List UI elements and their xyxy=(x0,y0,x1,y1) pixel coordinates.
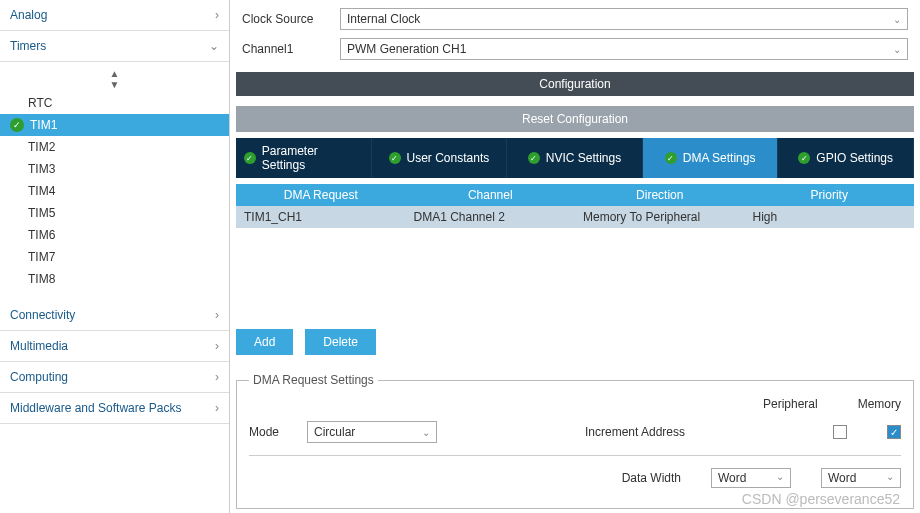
memory-data-width-select[interactable]: Word⌄ xyxy=(821,468,901,488)
tab-nvic-settings[interactable]: ✓NVIC Settings xyxy=(507,138,643,178)
category-computing[interactable]: Computing› xyxy=(0,362,229,393)
chevron-right-icon: › xyxy=(215,308,219,322)
dma-request-settings-group: DMA Request Settings Peripheral Memory M… xyxy=(236,373,914,509)
category-label: Connectivity xyxy=(10,308,75,322)
dma-table-row[interactable]: TIM1_CH1 DMA1 Channel 2 Memory To Periph… xyxy=(236,206,914,228)
configuration-header: Configuration xyxy=(236,72,914,96)
chevron-down-icon: ⌄ xyxy=(422,427,430,438)
tab-gpio-settings[interactable]: ✓GPIO Settings xyxy=(778,138,914,178)
check-icon: ✓ xyxy=(244,152,256,164)
category-middleware[interactable]: Middleware and Software Packs› xyxy=(0,393,229,424)
scroll-updown-icon[interactable]: ▲▼ xyxy=(0,66,229,92)
chevron-down-icon: ⌄ xyxy=(886,471,894,485)
chevron-right-icon: › xyxy=(215,401,219,415)
add-button[interactable]: Add xyxy=(236,329,293,355)
clock-source-label: Clock Source xyxy=(242,12,332,26)
chevron-right-icon: › xyxy=(215,370,219,384)
channel1-label: Channel1 xyxy=(242,42,332,56)
data-width-label: Data Width xyxy=(622,471,681,485)
tab-parameter-settings[interactable]: ✓Parameter Settings xyxy=(236,138,372,178)
tab-dma-settings[interactable]: ✓DMA Settings xyxy=(643,138,779,178)
increment-address-label: Increment Address xyxy=(585,425,685,439)
check-icon: ✓ xyxy=(665,152,677,164)
mode-label: Mode xyxy=(249,425,279,439)
check-icon: ✓ xyxy=(389,152,401,164)
watermark: CSDN @perseverance52 xyxy=(742,491,900,507)
category-label: Computing xyxy=(10,370,68,384)
check-icon: ✓ xyxy=(798,152,810,164)
mode-select[interactable]: Circular⌄ xyxy=(307,421,437,443)
category-multimedia[interactable]: Multimedia› xyxy=(0,331,229,362)
sidebar-item-tim3[interactable]: TIM3 xyxy=(0,158,229,180)
sidebar-item-tim5[interactable]: TIM5 xyxy=(0,202,229,224)
chevron-down-icon: ⌄ xyxy=(776,471,784,485)
check-icon: ✓ xyxy=(10,118,24,132)
category-analog[interactable]: Analog› xyxy=(0,0,229,31)
tab-user-constants[interactable]: ✓User Constants xyxy=(372,138,508,178)
chevron-right-icon: › xyxy=(215,339,219,353)
category-label: Multimedia xyxy=(10,339,68,353)
sidebar-item-tim8[interactable]: TIM8 xyxy=(0,268,229,290)
peripheral-col-label: Peripheral xyxy=(763,397,818,411)
sidebar-item-tim2[interactable]: TIM2 xyxy=(0,136,229,158)
memory-increment-checkbox[interactable]: ✓ xyxy=(887,425,901,439)
category-connectivity[interactable]: Connectivity› xyxy=(0,300,229,331)
chevron-down-icon: ⌄ xyxy=(893,14,901,25)
delete-button[interactable]: Delete xyxy=(305,329,376,355)
category-label: Middleware and Software Packs xyxy=(10,401,181,415)
peripheral-data-width-select[interactable]: Word⌄ xyxy=(711,468,791,488)
reset-configuration-button[interactable]: Reset Configuration xyxy=(236,106,914,132)
category-label: Analog xyxy=(10,8,47,22)
sidebar-item-tim7[interactable]: TIM7 xyxy=(0,246,229,268)
dma-settings-legend: DMA Request Settings xyxy=(249,373,378,387)
clock-source-select[interactable]: Internal Clock⌄ xyxy=(340,8,908,30)
category-label: Timers xyxy=(10,39,46,53)
memory-col-label: Memory xyxy=(858,397,901,411)
sidebar-item-tim1[interactable]: ✓TIM1 xyxy=(0,114,229,136)
dma-table-header: DMA Request Channel Direction Priority xyxy=(236,184,914,206)
channel1-select[interactable]: PWM Generation CH1⌄ xyxy=(340,38,908,60)
peripheral-increment-checkbox[interactable] xyxy=(833,425,847,439)
sidebar-item-tim4[interactable]: TIM4 xyxy=(0,180,229,202)
sidebar-item-tim6[interactable]: TIM6 xyxy=(0,224,229,246)
category-timers[interactable]: Timers⌄ xyxy=(0,31,229,62)
chevron-right-icon: › xyxy=(215,8,219,22)
sidebar-item-rtc[interactable]: RTC xyxy=(0,92,229,114)
check-icon: ✓ xyxy=(528,152,540,164)
chevron-down-icon: ⌄ xyxy=(209,39,219,53)
chevron-down-icon: ⌄ xyxy=(893,44,901,55)
